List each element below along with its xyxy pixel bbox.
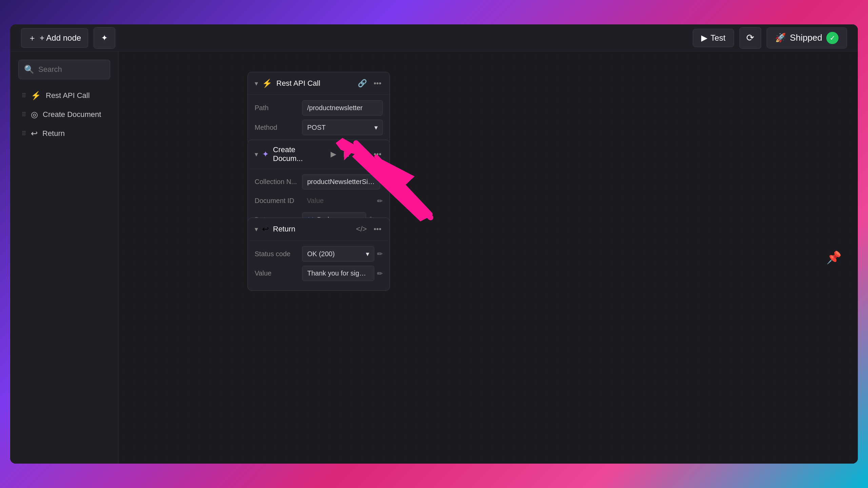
- edit-icon[interactable]: ✏: [377, 269, 383, 278]
- return-node: ▾ ↩ Return </> ••• Status code OK (200) …: [248, 218, 390, 291]
- rest-api-node-header: ▾ ⚡ Rest API Call 🔗 •••: [248, 72, 390, 95]
- shipped-label: Shipped: [790, 33, 822, 43]
- sidebar-item-label: Create Document: [43, 110, 101, 119]
- header-bar: ＋ + Add node ✦ ▶ Test ⟳ 🚀 Shipped ✓: [10, 24, 858, 52]
- canvas-svg: [119, 52, 858, 464]
- rest-api-call-node: ▾ ⚡ Rest API Call 🔗 ••• Path /productnew…: [248, 72, 390, 145]
- shipped-button[interactable]: 🚀 Shipped ✓: [767, 27, 847, 48]
- play-icon: ▶: [701, 33, 707, 43]
- sidebar-item-rest-api-call[interactable]: ⠿ ⚡ Rest API Call: [18, 86, 110, 105]
- collection-label: Collection N...: [255, 178, 302, 186]
- edit-icon[interactable]: ✏: [377, 250, 383, 258]
- return-node-header: ▾ ↩ Return </> •••: [248, 218, 390, 241]
- collection-name-row: Collection N... productNewsletterSignup: [255, 174, 383, 189]
- node-actions: 🔗 •••: [356, 78, 383, 89]
- main-content: 🔍 ☰ ⠿ ⚡ Rest API Call ⠿ ◎ Create Documen…: [10, 52, 858, 464]
- chevron-down-icon: ▾: [366, 250, 369, 258]
- header-left: ＋ + Add node ✦: [21, 27, 115, 49]
- method-dropdown[interactable]: POST ▾: [302, 120, 383, 135]
- search-input[interactable]: [38, 65, 132, 74]
- table-icon[interactable]: ⊞: [342, 148, 351, 160]
- search-box: 🔍 ☰: [18, 60, 110, 79]
- return-value[interactable]: Thank you for signing up: [302, 266, 374, 281]
- api-node-icon: ⚡: [262, 79, 272, 88]
- document-id-value[interactable]: Value: [302, 194, 374, 208]
- magic-icon: ✦: [101, 33, 108, 43]
- header-right: ▶ Test ⟳ 🚀 Shipped ✓: [693, 27, 847, 49]
- status-code-value: OK (200): [307, 250, 335, 258]
- path-value[interactable]: /productnewsletter: [302, 100, 383, 116]
- return-node-title: Return: [273, 225, 351, 233]
- test-label: Test: [711, 33, 726, 43]
- code-icon[interactable]: </>: [355, 148, 368, 160]
- drag-handle-icon: ⠿: [22, 130, 26, 137]
- method-label: Method: [255, 124, 302, 131]
- return-node-icon: ↩: [262, 224, 269, 234]
- sidebar-item-label: Rest API Call: [46, 91, 90, 100]
- magic-wand-button[interactable]: ✦: [94, 27, 115, 49]
- add-node-label: + Add node: [40, 33, 81, 43]
- collapse-chevron-icon[interactable]: ▾: [255, 225, 258, 233]
- value-label: Value: [255, 269, 302, 277]
- add-node-button[interactable]: ＋ + Add node: [21, 28, 88, 48]
- sidebar: 🔍 ☰ ⠿ ⚡ Rest API Call ⠿ ◎ Create Documen…: [10, 52, 119, 464]
- more-options-icon[interactable]: •••: [372, 78, 383, 89]
- node-actions: </> •••: [355, 223, 383, 235]
- search-icon: 🔍: [24, 65, 34, 74]
- path-field-row: Path /productnewsletter: [255, 100, 383, 116]
- more-options-icon[interactable]: •••: [372, 148, 383, 160]
- create-doc-node-title: Create Docum...: [273, 145, 325, 163]
- code-icon[interactable]: </>: [355, 223, 368, 235]
- method-field-row: Method POST ▾: [255, 120, 383, 135]
- status-code-dropdown[interactable]: OK (200) ▾: [302, 246, 374, 262]
- rest-api-node-body: Path /productnewsletter Method POST ▾: [248, 95, 390, 145]
- sidebar-item-create-document[interactable]: ⠿ ◎ Create Document: [18, 105, 110, 124]
- rocket-icon: 🚀: [775, 33, 786, 43]
- chevron-down-icon: ▾: [374, 123, 378, 131]
- checkmark-icon: ✓: [830, 34, 835, 42]
- test-button[interactable]: ▶ Test: [693, 29, 734, 47]
- sidebar-item-return[interactable]: ⠿ ↩ Return: [18, 124, 110, 143]
- return-icon: ↩: [31, 129, 38, 138]
- pin-icon[interactable]: 📌: [826, 250, 842, 265]
- collapse-chevron-icon[interactable]: ▾: [255, 79, 258, 87]
- sidebar-item-label: Return: [42, 129, 65, 138]
- status-code-label: Status code: [255, 250, 302, 258]
- document-id-label: Document ID: [255, 197, 302, 205]
- drag-handle-icon: ⠿: [22, 111, 26, 118]
- method-value: POST: [307, 124, 326, 131]
- history-button[interactable]: ⟳: [739, 27, 761, 49]
- create-doc-icon: ✦: [262, 149, 269, 159]
- create-doc-node-header: ▾ ✦ Create Docum... ▶ ⊞ </> •••: [248, 140, 390, 169]
- link-icon[interactable]: 🔗: [356, 78, 368, 89]
- history-icon: ⟳: [746, 32, 754, 43]
- api-icon: ⚡: [31, 91, 41, 100]
- plus-icon: ＋: [28, 33, 36, 43]
- path-label: Path: [255, 104, 302, 112]
- edit-icon[interactable]: ✏: [377, 197, 383, 205]
- return-node-body: Status code OK (200) ▾ ✏ Value Thank you…: [248, 241, 390, 290]
- rest-api-node-title: Rest API Call: [276, 79, 352, 88]
- canvas-area: ▾ ⚡ Rest API Call 🔗 ••• Path /productnew…: [119, 52, 858, 464]
- collection-value[interactable]: productNewsletterSignup: [302, 174, 380, 189]
- app-window: ＋ + Add node ✦ ▶ Test ⟳ 🚀 Shipped ✓: [10, 24, 858, 464]
- node-actions: ▶ ⊞ </> •••: [329, 148, 383, 160]
- thumbtack-icon: 📌: [826, 250, 842, 264]
- more-options-icon[interactable]: •••: [372, 223, 383, 235]
- drag-handle-icon: ⠿: [22, 92, 26, 99]
- status-code-row: Status code OK (200) ▾ ✏: [255, 246, 383, 262]
- play-icon[interactable]: ▶: [329, 148, 338, 160]
- document-icon: ◎: [31, 110, 38, 119]
- shipped-check-icon: ✓: [826, 32, 839, 44]
- value-row: Value Thank you for signing up ✏: [255, 266, 383, 281]
- document-id-row: Document ID Value ✏: [255, 194, 383, 208]
- collapse-chevron-icon[interactable]: ▾: [255, 150, 258, 158]
